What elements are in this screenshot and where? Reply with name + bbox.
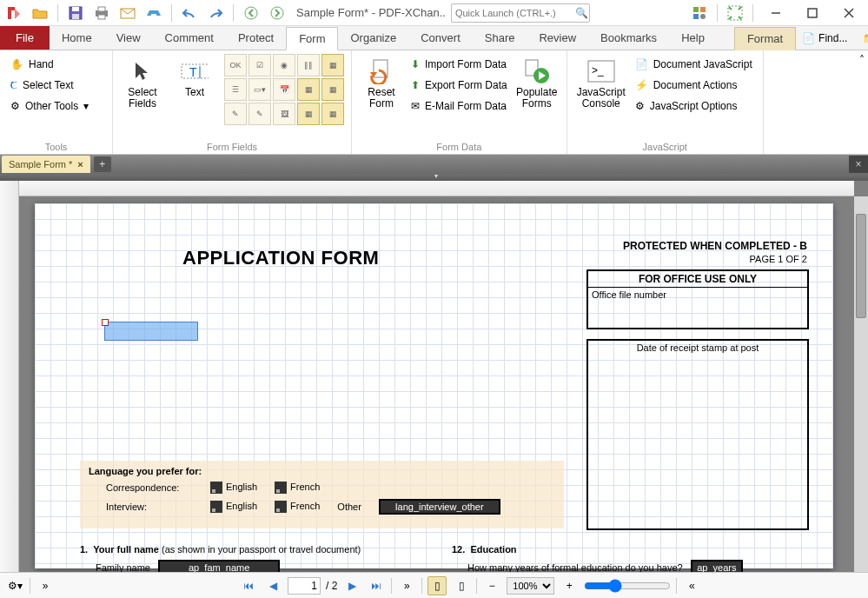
- expand-right-icon[interactable]: «: [682, 576, 701, 595]
- pdf-page[interactable]: APPLICATION FORM PROTECTED WHEN COMPLETE…: [35, 203, 833, 568]
- nav-fwd-icon[interactable]: [265, 2, 289, 24]
- email-icon[interactable]: [116, 2, 140, 24]
- js-gear-icon: ⚙: [635, 100, 645, 112]
- zoom-out-icon[interactable]: −: [482, 576, 501, 595]
- vertical-scrollbar[interactable]: [854, 196, 868, 572]
- javascript-options[interactable]: ⚙JavaScript Options: [632, 96, 756, 116]
- open-icon[interactable]: [28, 2, 52, 24]
- maximize-button[interactable]: [795, 1, 830, 25]
- zoom-in-icon[interactable]: +: [560, 576, 579, 595]
- text-field-family[interactable]: ap_fam_name: [158, 560, 280, 572]
- close-tab-icon[interactable]: ×: [77, 159, 83, 169]
- js-console-button[interactable]: >_ JavaScript Console: [574, 54, 628, 113]
- tab-share[interactable]: Share: [473, 26, 527, 50]
- expand-left-icon[interactable]: »: [36, 576, 55, 595]
- checkbox-field[interactable]: [275, 501, 287, 513]
- interview-label: Interview:: [106, 502, 193, 512]
- checkbox-field[interactable]: [275, 482, 287, 494]
- close-all-icon[interactable]: ×: [849, 156, 868, 173]
- export-form-data[interactable]: ⬆Export Form Data: [407, 75, 511, 96]
- text-field-other[interactable]: lang_interview_other: [379, 499, 500, 515]
- question-1: 1. Your full name (as shown in your pass…: [80, 544, 361, 572]
- document-javascript[interactable]: 📄Document JavaScript: [632, 54, 756, 75]
- checkbox-field[interactable]: [210, 482, 222, 494]
- tab-form[interactable]: Form: [286, 27, 338, 50]
- prev-page-icon[interactable]: ◀: [263, 576, 282, 595]
- import-form-data[interactable]: ⬇Import Form Data: [407, 54, 511, 75]
- close-button[interactable]: [832, 1, 866, 25]
- ui-options-icon[interactable]: [687, 2, 712, 24]
- office-file-label: Office file number: [588, 288, 807, 328]
- page-number-input[interactable]: [288, 577, 321, 595]
- field-ok-icon[interactable]: OK: [224, 54, 247, 76]
- field-grid2-icon[interactable]: ▦: [297, 78, 320, 101]
- hand-tool[interactable]: ✋Hand: [7, 54, 105, 75]
- fit-icon[interactable]: [723, 2, 747, 24]
- field-date-icon[interactable]: 📅: [273, 78, 295, 101]
- field-grid1-icon[interactable]: ▦: [321, 54, 344, 76]
- tab-convert[interactable]: Convert: [408, 26, 473, 50]
- nav-back-icon[interactable]: [239, 2, 263, 24]
- print-icon[interactable]: [89, 2, 114, 24]
- options-gear-icon[interactable]: ⚙▾: [5, 576, 24, 595]
- search-folder-button[interactable]: 📁: [857, 29, 868, 48]
- field-grid4-icon[interactable]: ▦: [297, 103, 320, 125]
- tab-file[interactable]: File: [0, 26, 50, 50]
- field-radio-icon[interactable]: ◉: [273, 54, 295, 76]
- document-actions[interactable]: ⚡Document Actions: [632, 75, 756, 96]
- other-tools[interactable]: ⚙Other Tools▾: [7, 96, 105, 116]
- zoom-select[interactable]: 100%: [507, 577, 554, 595]
- bolt-icon: ⚡: [635, 79, 648, 91]
- undo-icon[interactable]: [177, 2, 202, 24]
- scrollbar-thumb[interactable]: [856, 214, 866, 318]
- last-page-icon[interactable]: ⏭: [367, 576, 386, 595]
- tab-review[interactable]: Review: [527, 26, 588, 50]
- text-field-years[interactable]: ap_years: [691, 560, 743, 572]
- field-grid5-icon[interactable]: ▦: [321, 103, 344, 125]
- new-tab-button[interactable]: +: [94, 156, 111, 172]
- field-check-icon[interactable]: ☑: [248, 54, 271, 76]
- layout-cont-icon[interactable]: ▯: [452, 576, 471, 595]
- expand-mid-icon[interactable]: »: [397, 576, 416, 595]
- populate-forms-button[interactable]: Populate Forms: [514, 54, 560, 113]
- field-grid3-icon[interactable]: ▦: [321, 78, 344, 101]
- field-barcode-icon[interactable]: ∥∥: [297, 54, 320, 76]
- tab-bookmarks[interactable]: Bookmarks: [588, 26, 669, 50]
- quick-launch-box[interactable]: 🔍: [451, 3, 590, 23]
- field-combo-icon[interactable]: ▭▾: [248, 78, 271, 101]
- document-tab[interactable]: Sample Form * ×: [2, 156, 90, 173]
- scan-icon[interactable]: [142, 2, 166, 24]
- ribbon-collapse[interactable]: ˄: [856, 50, 868, 154]
- svg-text:>_: >_: [592, 64, 604, 76]
- quick-launch-input[interactable]: [455, 8, 575, 18]
- first-page-icon[interactable]: ⏮: [239, 576, 258, 595]
- field-sig-icon[interactable]: ✎: [224, 103, 247, 125]
- redo-icon[interactable]: [203, 2, 228, 24]
- tab-organize[interactable]: Organize: [338, 26, 408, 50]
- field-list-icon[interactable]: ☰: [224, 78, 247, 101]
- tab-help[interactable]: Help: [669, 26, 717, 50]
- save-icon[interactable]: [63, 2, 88, 24]
- panel-handle[interactable]: [0, 174, 868, 181]
- select-fields-button[interactable]: Select Fields: [120, 54, 165, 113]
- field-sig2-icon[interactable]: ✎: [248, 103, 271, 125]
- tab-comment[interactable]: Comment: [153, 26, 226, 50]
- text-field-button[interactable]: T Text: [172, 54, 217, 102]
- email-form-data[interactable]: ✉E-Mail Form Data: [407, 96, 511, 116]
- search-icon[interactable]: 🔍: [575, 7, 588, 19]
- app-icon[interactable]: [2, 2, 26, 24]
- tab-protect[interactable]: Protect: [226, 26, 286, 50]
- tab-view[interactable]: View: [104, 26, 153, 50]
- layout-single-icon[interactable]: ▯: [427, 576, 447, 595]
- next-page-icon[interactable]: ▶: [342, 576, 361, 595]
- select-text-tool[interactable]: ꞆSelect Text: [7, 75, 105, 96]
- tab-format[interactable]: Format: [734, 27, 796, 50]
- find-button[interactable]: 📄 Find...: [796, 29, 853, 48]
- selected-form-field[interactable]: [104, 322, 198, 341]
- minimize-button[interactable]: [759, 1, 793, 25]
- checkbox-field[interactable]: [210, 501, 222, 513]
- field-image-icon[interactable]: 🖼: [273, 103, 295, 125]
- zoom-slider[interactable]: [584, 579, 671, 593]
- tab-home[interactable]: Home: [50, 26, 104, 50]
- reset-form-button[interactable]: Reset Form: [359, 54, 404, 113]
